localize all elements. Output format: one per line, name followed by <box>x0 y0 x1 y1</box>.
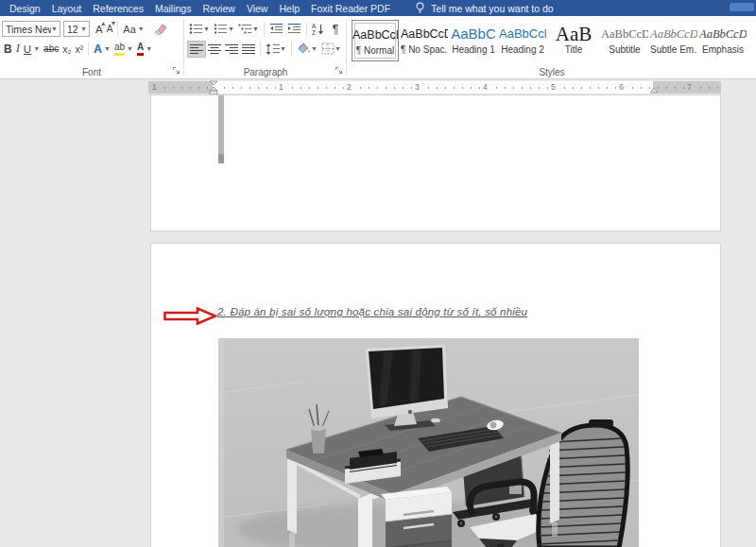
style-preview: AaBbCcDc <box>401 23 448 43</box>
superscript-button[interactable]: x² <box>74 41 86 58</box>
ruler-number: 1 <box>150 82 159 93</box>
chevron-down-icon: ▼ <box>335 45 341 52</box>
style-no-spacing[interactable]: AaBbCcDc ¶ No Spac... <box>401 20 448 61</box>
group-separator <box>183 19 184 76</box>
tab-design[interactable]: Design <box>9 3 41 14</box>
highlight-color-bar <box>114 53 125 56</box>
style-label: Subtitle <box>601 44 648 55</box>
italic-button[interactable]: I <box>14 41 22 58</box>
document-area: 1 1 2 3 4 5 6 7 2. Đáp án <box>0 79 756 547</box>
tell-me-box[interactable]: Tell me what you want to do <box>415 2 554 14</box>
text-effects-button[interactable]: A ▼ <box>92 41 112 58</box>
highlight-glyph: ab <box>114 43 125 52</box>
subscript-button[interactable]: x₂ <box>60 41 73 58</box>
style-preview: AaBbCcl <box>499 23 546 43</box>
font-dialog-launcher[interactable] <box>172 65 180 77</box>
ruler-number: 4 <box>481 82 490 93</box>
align-right-icon <box>225 43 238 55</box>
svg-text:Z: Z <box>312 29 316 36</box>
chevron-down-icon: ▼ <box>146 45 152 52</box>
tab-review[interactable]: Review <box>202 3 234 14</box>
shrink-font-button[interactable]: A▼ <box>105 21 115 38</box>
sort-button[interactable]: A Z <box>310 21 327 38</box>
shading-button[interactable]: ▼ <box>295 41 319 58</box>
style-emphasis[interactable]: AaBbCcDt Emphasis <box>699 20 747 61</box>
horizontal-ruler[interactable]: 1 1 2 3 4 5 6 7 <box>148 81 721 94</box>
tab-mailings[interactable]: Mailings <box>155 3 192 14</box>
tab-layout[interactable]: Layout <box>52 3 82 14</box>
divider <box>260 42 261 56</box>
style-label: ¶ Normal <box>352 45 398 56</box>
grow-font-button[interactable]: A▲ <box>94 21 105 38</box>
bold-glyph: B <box>4 43 12 56</box>
divider <box>291 42 292 56</box>
style-heading-2[interactable]: AaBbCcl Heading 2 <box>499 20 546 61</box>
style-normal[interactable]: AaBbCcDc ¶ Normal <box>352 20 399 61</box>
paragraph-dialog-launcher[interactable] <box>335 65 343 77</box>
clear-formatting-button[interactable] <box>152 21 169 38</box>
sort-az-icon: A Z <box>312 23 325 35</box>
divider <box>306 22 307 36</box>
style-label: Heading 1 <box>450 44 497 55</box>
document-image[interactable] <box>218 338 639 547</box>
increase-indent-icon <box>287 23 301 35</box>
style-preview: AaBbCcDt <box>650 23 697 43</box>
red-arrow-annotation <box>163 307 217 325</box>
chevron-down-icon: ▼ <box>104 45 111 52</box>
document-heading-text[interactable]: 2. Đáp án bị sai số lượng hoặc chia sai … <box>217 306 527 317</box>
multilevel-list-icon <box>238 23 252 35</box>
font-size-combobox[interactable]: 12 ▼ <box>63 21 90 37</box>
page-2[interactable]: 2. Đáp án bị sai số lượng hoặc chia sai … <box>150 243 721 547</box>
chevron-down-icon: ▼ <box>33 45 40 52</box>
chevron-down-icon: ▼ <box>203 26 210 32</box>
align-right-button[interactable] <box>223 41 240 58</box>
font-color-button[interactable]: A ▼ <box>135 41 154 58</box>
borders-button[interactable]: ▼ <box>319 41 343 58</box>
align-center-button[interactable] <box>206 41 223 58</box>
font-name-combobox[interactable]: Times New Ro ▼ <box>2 21 60 37</box>
ruler-number: 7 <box>685 82 694 93</box>
subscript-glyph: x₂ <box>62 43 71 55</box>
decrease-indent-button[interactable] <box>267 21 285 38</box>
style-subtle-emphasis[interactable]: AaBbCcDt Subtle Em... <box>650 20 697 61</box>
style-heading-1[interactable]: AaBbC Heading 1 <box>450 20 497 61</box>
page-1[interactable] <box>150 94 721 231</box>
chevron-down-icon: ▼ <box>51 26 58 32</box>
style-preview: AaBbC <box>450 23 497 43</box>
highlight-button[interactable]: ab ▼ <box>112 41 135 58</box>
style-label: Emphasis <box>699 44 747 55</box>
word-window: Design Layout References Mailings Review… <box>0 0 756 547</box>
style-label: Subtle Em... <box>650 44 697 55</box>
font-group: Times New Ro ▼ 12 ▼ A▲ A▼ Aa ▼ <box>0 16 183 78</box>
increase-indent-button[interactable] <box>285 21 303 38</box>
align-left-button[interactable] <box>187 41 206 58</box>
numbering-button[interactable]: ▼ <box>212 21 236 38</box>
tab-view[interactable]: View <box>247 3 268 14</box>
multilevel-list-button[interactable]: ▼ <box>236 21 261 38</box>
chevron-down-icon: ▼ <box>311 45 318 52</box>
right-indent-marker[interactable] <box>649 87 659 94</box>
style-preview: AaBbCcDt <box>699 23 747 43</box>
justify-button[interactable] <box>240 41 257 58</box>
style-preview: AaB <box>548 23 599 43</box>
lightbulb-icon <box>415 2 425 14</box>
style-subtitle[interactable]: AaBbCcD Subtitle <box>601 20 648 61</box>
tab-foxit-reader-pdf[interactable]: Foxit Reader PDF <box>311 3 390 14</box>
tab-help[interactable]: Help <box>279 3 300 14</box>
line-spacing-button[interactable]: ▼ <box>264 41 288 58</box>
show-paragraph-marks-button[interactable]: ¶ <box>331 21 340 38</box>
bullets-button[interactable]: ▼ <box>187 21 212 38</box>
chevron-down-icon: ▼ <box>80 26 87 32</box>
ruler-number: 5 <box>549 82 558 93</box>
style-label: ¶ No Spac... <box>401 44 448 55</box>
strikethrough-button[interactable]: abc <box>42 41 60 58</box>
paint-bucket-icon <box>297 43 311 55</box>
style-title[interactable]: AaB Title <box>548 20 599 61</box>
underline-button[interactable]: U ▼ <box>22 41 42 58</box>
ribbon: Times New Ro ▼ 12 ▼ A▲ A▼ Aa ▼ <box>0 16 756 79</box>
tab-references[interactable]: References <box>93 3 144 14</box>
bold-button[interactable]: B <box>2 41 14 58</box>
text-effects-glyph: A <box>94 43 102 56</box>
change-case-button[interactable]: Aa ▼ <box>121 21 146 38</box>
font-color-glyph: A <box>137 43 144 52</box>
